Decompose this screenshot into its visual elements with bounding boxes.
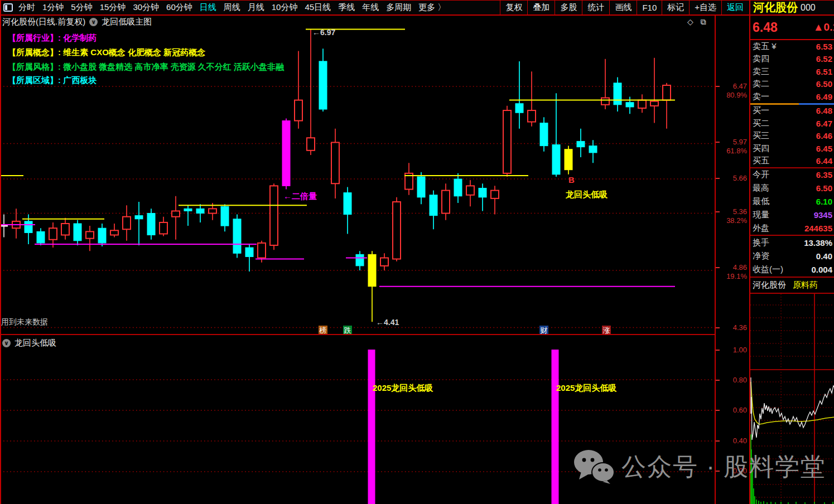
topbar-button[interactable]: 多股 xyxy=(555,1,582,14)
price-change: ▲0.1 xyxy=(813,21,834,33)
scale-tick xyxy=(716,86,720,87)
quote-row: 换手13.38% xyxy=(750,236,834,249)
period-item[interactable]: 30分钟 xyxy=(133,2,159,13)
period-item[interactable]: 1分钟 xyxy=(42,2,64,13)
maximize-icon[interactable]: ⧉ xyxy=(701,17,706,27)
quote-row-label: 卖四 xyxy=(753,54,769,64)
panel-divider[interactable] xyxy=(0,334,749,335)
intraday-mini-chart[interactable] xyxy=(750,294,834,504)
quote-row-value: 6.50 xyxy=(816,183,832,193)
topbar-button[interactable]: +自选 xyxy=(689,1,721,14)
sell-queue: 卖五 ¥6.53卖四6.52卖三6.51卖二6.50卖一6.49 xyxy=(750,40,834,103)
quote-row: 最低6.10 xyxy=(750,195,834,209)
scale-tick xyxy=(716,142,720,143)
price-scale: 6.4780.9%5.9761.8%5.665.3638.2%4.8619.1%… xyxy=(715,16,749,504)
panel-divider[interactable] xyxy=(749,0,750,504)
scale-label: 38.2% xyxy=(717,216,747,225)
chevron-down-icon[interactable]: ∨ xyxy=(89,18,98,26)
subchart-title: ∨ 龙回头低吸 xyxy=(2,338,56,348)
hotkey-badge[interactable]: 跌 xyxy=(343,326,352,335)
scale-tick xyxy=(716,410,720,411)
period-item[interactable]: 季线 xyxy=(338,2,355,13)
quote-row-value: 6.47 xyxy=(816,119,832,128)
topbar-button[interactable]: 统计 xyxy=(582,1,609,14)
period-item[interactable]: 45日线 xyxy=(305,2,331,13)
footer-stock-name[interactable]: 河化股份 xyxy=(753,280,786,290)
quote-row: 外盘244635 xyxy=(750,221,834,235)
quote-row-label: 今开 xyxy=(753,169,769,180)
scale-tick xyxy=(716,327,720,328)
stock-info-line: 【所属区域】: 广西板块 xyxy=(8,75,97,86)
quote-row: 买五6.44 xyxy=(750,155,834,168)
scale-label: 80.9% xyxy=(717,91,747,99)
quote-row-value: 6.46 xyxy=(816,131,832,140)
period-item[interactable]: 日线 xyxy=(200,2,216,13)
hotkey-badge[interactable]: 财 xyxy=(539,326,548,335)
quote-row-label: 收益(一) xyxy=(753,264,783,275)
quote-row: 卖三6.51 xyxy=(750,65,834,78)
period-item[interactable]: 多周期 xyxy=(386,2,411,13)
window-icon[interactable] xyxy=(3,3,13,12)
hotkey-badge[interactable]: 榜 xyxy=(319,326,327,335)
quote-row-value: 6.53 xyxy=(816,42,832,51)
topbar-button[interactable]: 标记 xyxy=(662,1,689,14)
period-menu: 分时1分钟5分钟15分钟30分钟60分钟日线周线月线10分钟45日线季线年线多周… xyxy=(18,2,446,13)
quote-row-label: 卖五 ¥ xyxy=(753,41,777,52)
main-indicator-name[interactable]: 龙回低吸主图 xyxy=(102,17,152,27)
quote-row: 最高6.50 xyxy=(750,182,834,195)
topbar-button[interactable]: F10 xyxy=(637,1,662,14)
scale-label: 5.97 xyxy=(717,138,747,146)
chevron-down-icon[interactable]: ∨ xyxy=(2,339,11,347)
main-chart-area[interactable]: ←6.97←二倍量←4.41B龙回头低吸 河化股份(日线.前复权) ∨ 龙回低吸… xyxy=(0,16,715,335)
topbar-button[interactable]: 画线 xyxy=(609,1,637,14)
hotkey-badge[interactable]: 涨 xyxy=(602,326,611,335)
period-item[interactable]: 分时 xyxy=(18,2,35,13)
quote-row-value: 0.40 xyxy=(816,251,832,261)
scale-label: 4.36 xyxy=(717,323,747,332)
quote-row-label: 净资 xyxy=(753,251,769,261)
scale-label: 5.36 xyxy=(717,207,747,216)
quote-row-value: 13.38% xyxy=(804,238,832,248)
quote-row: 收益(一)0.004 xyxy=(750,263,834,277)
scale-label: 0.80 xyxy=(717,376,747,384)
scale-label: 6.47 xyxy=(717,82,747,90)
period-item[interactable]: 更多 〉 xyxy=(418,2,446,13)
buy-queue: 买一6.48买二6.47买三6.46买四6.45买五6.44 xyxy=(750,105,834,168)
topbar-button[interactable]: 叠加 xyxy=(527,1,555,14)
quote-row-label: 买三 xyxy=(753,130,769,141)
topbar: 分时1分钟5分钟15分钟30分钟60分钟日线周线月线10分钟45日线季线年线多周… xyxy=(0,0,834,16)
quote-row-label: 换手 xyxy=(753,238,769,248)
period-item[interactable]: 周线 xyxy=(224,2,240,13)
footer-industry-tag[interactable]: 原料药 xyxy=(793,280,818,290)
quote-row: 卖一6.49 xyxy=(750,90,834,103)
period-item[interactable]: 10分钟 xyxy=(272,2,298,13)
topbar-button[interactable]: 复权 xyxy=(500,1,527,14)
period-item[interactable]: 15分钟 xyxy=(100,2,126,13)
period-item[interactable]: 月线 xyxy=(248,2,264,13)
subchart-indicator-name[interactable]: 龙回头低吸 xyxy=(15,338,56,348)
trading-terminal: 分时1分钟5分钟15分钟30分钟60分钟日线周线月线10分钟45日线季线年线多周… xyxy=(0,0,834,504)
indicator-subchart[interactable]: 2025龙回头低吸2025龙回头低吸 xyxy=(0,335,715,504)
quote-row-value: 6.44 xyxy=(816,156,832,166)
scale-label: 1.00 xyxy=(717,346,747,354)
quote-stats-2: 换手13.38%净资0.40收益(一)0.004 xyxy=(750,236,834,277)
diamond-icon[interactable]: ◇ xyxy=(687,17,693,27)
quote-row: 卖五 ¥6.53 xyxy=(750,40,834,53)
quote-row-value: 6.52 xyxy=(816,54,832,64)
quote-row-label: 现量 xyxy=(753,210,769,220)
period-item[interactable]: 5分钟 xyxy=(71,2,92,13)
period-item[interactable]: 年线 xyxy=(362,2,379,13)
topbar-stock: 河化股份 000 xyxy=(749,0,834,15)
scale-tick xyxy=(716,178,720,179)
quote-row-label: 买二 xyxy=(753,118,769,129)
quote-row: 今开6.35 xyxy=(750,168,834,182)
price-row: 6.48 ▲0.1 xyxy=(750,16,834,40)
period-item[interactable]: 60分钟 xyxy=(166,2,192,13)
quote-panel: 6.48 ▲0.1 卖五 ¥6.53卖四6.52卖三6.51卖二6.50卖一6.… xyxy=(750,16,834,504)
topbar-button[interactable]: 返回 xyxy=(721,1,749,14)
quote-row-value: 0.004 xyxy=(811,265,832,274)
scale-tick xyxy=(716,350,720,351)
quote-row: 买二6.47 xyxy=(750,117,834,130)
window-left-border xyxy=(0,0,1,504)
scale-label: 4.86 xyxy=(717,263,747,272)
